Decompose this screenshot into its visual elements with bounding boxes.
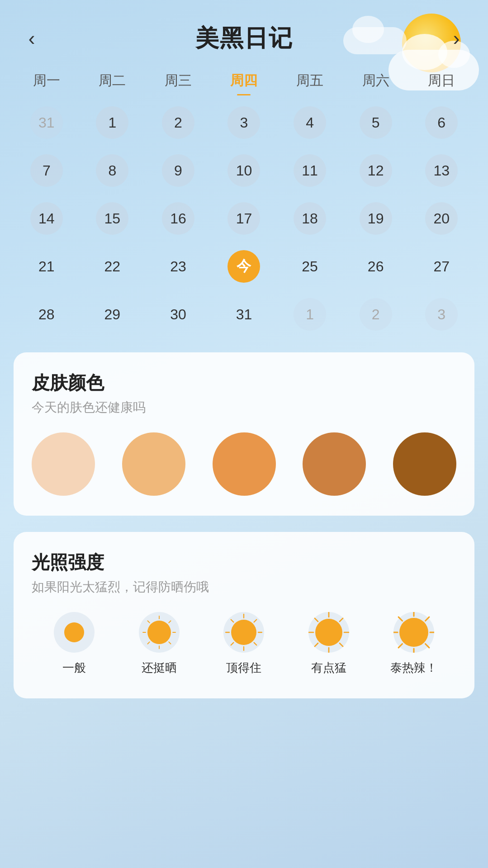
- sun-option[interactable]: 顶得住: [202, 612, 287, 676]
- day-cell: 4: [277, 101, 343, 144]
- sun-intensity-section: 光照强度 如果阳光太猛烈，记得防晒伤哦 一般 还挺晒 顶得住 有点猛 泰热辣！: [14, 532, 474, 698]
- day-cell: 17: [211, 197, 277, 240]
- day-cell: 3: [211, 101, 277, 144]
- svg-line-31: [426, 644, 429, 648]
- day-cell: 9: [145, 149, 211, 192]
- day-cell: 7: [14, 149, 80, 192]
- day-cell: 26: [343, 245, 409, 288]
- day-bubble[interactable]: 18: [294, 202, 326, 235]
- day-bubble[interactable]: 6: [425, 106, 458, 139]
- sun-option[interactable]: 还挺晒: [117, 612, 202, 676]
- sun-icon-wrap: [393, 612, 434, 653]
- day-bubble[interactable]: 19: [360, 202, 392, 235]
- day-bubble[interactable]: 1: [294, 298, 326, 331]
- day-bubble[interactable]: 23: [162, 250, 194, 283]
- skin-section-title: 皮肤颜色: [32, 370, 456, 395]
- sun-option[interactable]: 有点猛: [286, 612, 371, 676]
- day-bubble[interactable]: 31: [30, 106, 63, 139]
- day-bubble[interactable]: 26: [360, 250, 392, 283]
- svg-point-0: [64, 622, 84, 642]
- day-bubble[interactable]: 7: [30, 154, 63, 187]
- day-bubble[interactable]: 27: [425, 250, 458, 283]
- day-bubble[interactable]: 10: [227, 154, 260, 187]
- sun-icon-wrap: [308, 612, 349, 653]
- day-cell: 今: [211, 245, 277, 288]
- day-cell: 15: [80, 197, 146, 240]
- svg-point-9: [147, 621, 171, 644]
- prev-nav-button[interactable]: ‹: [18, 27, 45, 50]
- header: ‹ 美黑日记 ›: [14, 0, 474, 63]
- day-bubble[interactable]: 28: [30, 298, 63, 331]
- skin-color-dot[interactable]: [303, 432, 366, 496]
- sun-options-row: 一般 还挺晒 顶得住 有点猛 泰热辣！: [32, 612, 456, 676]
- day-cell: 10: [211, 149, 277, 192]
- day-bubble[interactable]: 2: [162, 106, 194, 139]
- day-bubble[interactable]: 4: [294, 106, 326, 139]
- day-bubble[interactable]: 30: [162, 298, 194, 331]
- svg-point-36: [399, 618, 428, 647]
- sun-option-label: 还挺晒: [142, 660, 177, 676]
- svg-line-20: [340, 618, 343, 621]
- day-bubble[interactable]: 29: [96, 298, 128, 331]
- day-bubble[interactable]: 2: [360, 298, 392, 331]
- sun-option[interactable]: 泰热辣！: [371, 612, 456, 676]
- weekday-label: 周三: [145, 68, 211, 94]
- svg-point-27: [315, 619, 342, 646]
- day-cell: 11: [277, 149, 343, 192]
- day-bubble[interactable]: 9: [162, 154, 194, 187]
- skin-color-dot[interactable]: [122, 432, 185, 496]
- day-bubble[interactable]: 16: [162, 202, 194, 235]
- svg-line-33: [398, 644, 402, 648]
- day-bubble[interactable]: 8: [96, 154, 128, 187]
- day-cell: 2: [145, 101, 211, 144]
- svg-line-17: [231, 620, 234, 622]
- day-bubble[interactable]: 15: [96, 202, 128, 235]
- sun-section-title: 光照强度: [32, 550, 456, 575]
- day-bubble[interactable]: 22: [96, 250, 128, 283]
- day-bubble[interactable]: 11: [294, 154, 326, 187]
- weekday-label: 周二: [80, 68, 146, 94]
- day-cell: 31: [211, 293, 277, 336]
- day-cell: 3: [408, 293, 474, 336]
- day-cell: 14: [14, 197, 80, 240]
- day-bubble[interactable]: 5: [360, 106, 392, 139]
- skin-color-dot[interactable]: [32, 432, 95, 496]
- skin-color-dot[interactable]: [213, 432, 276, 496]
- day-bubble[interactable]: 12: [360, 154, 392, 187]
- svg-line-29: [426, 617, 429, 621]
- day-bubble[interactable]: 3: [425, 298, 458, 331]
- sun-section-subtitle: 如果阳光太猛烈，记得防晒伤哦: [32, 579, 456, 596]
- day-bubble[interactable]: 17: [227, 202, 260, 235]
- sun-icon-wrap: [139, 612, 180, 653]
- calendar: 周一周二周三周四周五周六周日 3112345678910111213141516…: [14, 68, 474, 336]
- day-bubble[interactable]: 3: [227, 106, 260, 139]
- page-title: 美黑日记: [195, 23, 293, 54]
- day-bubble[interactable]: 14: [30, 202, 63, 235]
- skin-color-options: [32, 432, 456, 496]
- day-bubble[interactable]: 今: [227, 250, 260, 283]
- weekdays-row: 周一周二周三周四周五周六周日: [14, 68, 474, 94]
- day-cell: 13: [408, 149, 474, 192]
- day-cell: 12: [343, 149, 409, 192]
- day-cell: 8: [80, 149, 146, 192]
- weekday-label: 周四: [211, 68, 277, 94]
- day-cell: 28: [14, 293, 80, 336]
- sun-option-label: 有点猛: [311, 660, 346, 676]
- day-bubble[interactable]: 21: [30, 250, 63, 283]
- sun-option-label: 顶得住: [226, 660, 261, 676]
- day-bubble[interactable]: 25: [294, 250, 326, 283]
- sun-option[interactable]: 一般: [32, 612, 117, 676]
- day-cell: 27: [408, 245, 474, 288]
- skin-color-dot[interactable]: [393, 432, 456, 496]
- day-cell: 23: [145, 245, 211, 288]
- day-cell: 31: [14, 101, 80, 144]
- svg-line-2: [169, 621, 171, 623]
- svg-line-35: [398, 617, 402, 621]
- next-nav-button[interactable]: ›: [443, 27, 470, 50]
- day-bubble[interactable]: 31: [227, 298, 260, 331]
- day-bubble[interactable]: 20: [425, 202, 458, 235]
- weekday-label: 周五: [277, 68, 343, 94]
- day-bubble[interactable]: 1: [96, 106, 128, 139]
- day-bubble[interactable]: 13: [425, 154, 458, 187]
- svg-line-24: [315, 643, 318, 646]
